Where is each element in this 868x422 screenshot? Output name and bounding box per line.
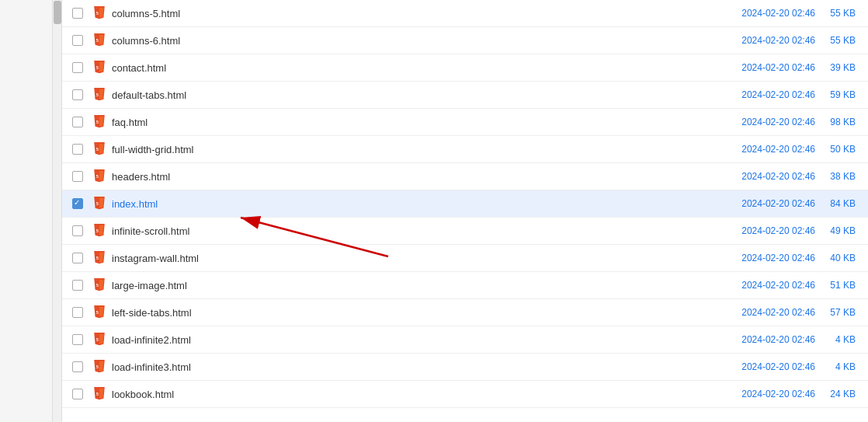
file-date: 2024-02-20 02:46 [707,117,815,127]
file-list-container: 5 columns-5.html2024-02-20 02:4655 KB 5 … [62,0,868,422]
file-checkbox[interactable] [68,330,87,349]
file-size: 50 KB [815,144,862,155]
file-date: 2024-02-20 02:46 [707,389,815,399]
file-date: 2024-02-20 02:46 [707,171,815,182]
svg-text:5: 5 [96,201,99,206]
table-row[interactable]: 5 columns-6.html2024-02-20 02:4655 KB [62,27,868,54]
file-checkbox[interactable] [68,357,87,376]
file-name: faq.html [112,117,707,128]
table-row[interactable]: 5 full-width-grid.html2024-02-20 02:4650… [62,136,868,163]
svg-text:5: 5 [96,337,99,342]
table-row[interactable]: 5 contact.html2024-02-20 02:4639 KB [62,54,868,82]
table-row[interactable]: 5 large-image.html2024-02-20 02:4651 KB [62,272,868,299]
file-size: 4 KB [815,361,862,372]
file-date: 2024-02-20 02:46 [707,8,815,19]
file-name: large-image.html [112,280,707,291]
table-row[interactable]: 5 load-infinite2.html2024-02-20 02:464 K… [62,326,868,354]
file-name: headers.html [112,171,707,183]
file-size: 40 KB [815,253,862,263]
file-checkbox[interactable] [68,167,87,186]
file-checkbox[interactable] [68,140,87,159]
checkbox-indicator [72,144,83,155]
file-checkbox[interactable] [68,31,87,50]
file-name: lookbook.html [112,389,707,400]
file-checkbox[interactable] [68,4,87,23]
file-name: instagram-wall.html [112,253,707,264]
file-size: 55 KB [815,8,862,19]
file-date: 2024-02-20 02:46 [707,334,815,345]
checkbox-indicator [72,334,83,345]
html-file-icon: 5 [92,141,107,157]
file-size: 55 KB [815,35,862,46]
svg-text:5: 5 [96,256,99,260]
file-size: 98 KB [815,117,862,127]
html-file-icon: 5 [92,169,107,184]
file-size: 84 KB [815,198,862,209]
file-date: 2024-02-20 02:46 [707,253,815,263]
table-row[interactable]: 5 load-infinite3.html2024-02-20 02:464 K… [62,354,868,381]
checkbox-indicator [72,361,83,372]
table-row[interactable]: 5 lookbook.html2024-02-20 02:4624 KB [62,381,868,408]
file-name: infinite-scroll.html [112,225,707,237]
table-row[interactable]: 5 index.html2024-02-20 02:4684 KB [62,190,868,218]
table-row[interactable]: 5 headers.html2024-02-20 02:4638 KB [62,163,868,190]
file-checkbox[interactable] [68,303,87,322]
html-file-icon: 5 [92,386,107,402]
checkbox-indicator [72,89,83,100]
file-name: columns-6.html [112,35,707,47]
file-date: 2024-02-20 02:46 [707,307,815,318]
html-file-icon: 5 [92,332,107,347]
checkbox-indicator [72,198,83,209]
checkbox-indicator [72,117,83,127]
file-checkbox[interactable] [68,385,87,403]
svg-text:5: 5 [96,120,99,124]
table-row[interactable]: 5 infinite-scroll.html2024-02-20 02:4649… [62,218,868,245]
file-checkbox[interactable] [68,221,87,240]
html-file-icon: 5 [92,250,107,266]
checkbox-indicator [72,307,83,318]
file-name: left-side-tabs.html [112,307,707,319]
svg-text:5: 5 [96,65,99,70]
html-file-icon: 5 [92,87,107,103]
checkbox-indicator [72,225,83,236]
file-date: 2024-02-20 02:46 [707,144,815,155]
file-date: 2024-02-20 02:46 [707,62,815,73]
table-row[interactable]: 5 columns-5.html2024-02-20 02:4655 KB [62,0,868,27]
checkbox-indicator [72,280,83,291]
file-size: 59 KB [815,89,862,100]
svg-text:5: 5 [96,147,99,152]
svg-text:5: 5 [96,174,99,179]
file-name: load-infinite2.html [112,334,707,346]
file-name: columns-5.html [112,8,707,19]
file-date: 2024-02-20 02:46 [707,280,815,291]
file-date: 2024-02-20 02:46 [707,225,815,236]
file-size: 38 KB [815,171,862,182]
checkbox-indicator [72,171,83,182]
file-checkbox[interactable] [68,58,87,77]
file-checkbox[interactable] [68,113,87,131]
table-row[interactable]: 5 default-tabs.html2024-02-20 02:4659 KB [62,82,868,109]
file-checkbox[interactable] [68,276,87,295]
svg-text:5: 5 [96,11,99,16]
sidebar [0,0,62,422]
file-size: 24 KB [815,389,862,399]
table-row[interactable]: 5 faq.html2024-02-20 02:4698 KB [62,109,868,136]
scrollbar-track[interactable] [52,0,61,422]
file-name: full-width-grid.html [112,144,707,155]
html-file-icon: 5 [92,5,107,21]
table-row[interactable]: 5 left-side-tabs.html2024-02-20 02:4657 … [62,299,868,326]
file-checkbox[interactable] [68,85,87,104]
html-file-icon: 5 [92,60,107,75]
table-row[interactable]: 5 instagram-wall.html2024-02-20 02:4640 … [62,245,868,272]
file-checkbox[interactable] [68,249,87,267]
svg-text:5: 5 [96,283,99,288]
checkbox-indicator [72,389,83,399]
file-date: 2024-02-20 02:46 [707,89,815,100]
scrollbar-thumb[interactable] [54,1,61,24]
checkbox-indicator [72,8,83,19]
file-checkbox[interactable] [68,194,87,213]
html-file-icon: 5 [92,196,107,211]
file-name: contact.html [112,62,707,74]
file-date: 2024-02-20 02:46 [707,35,815,46]
html-file-icon: 5 [92,277,107,293]
